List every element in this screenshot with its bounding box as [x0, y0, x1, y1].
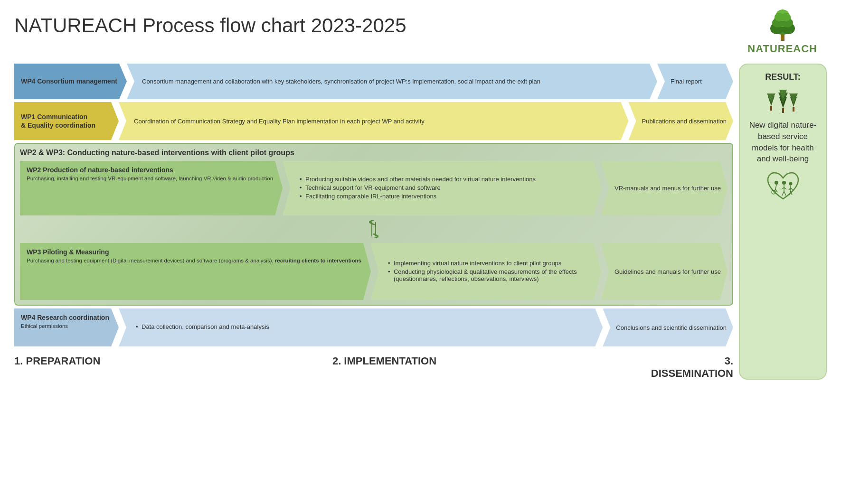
wp2-bullet-2: Technical support for VR-equipment and s…: [298, 184, 536, 191]
svg-rect-18: [782, 108, 784, 113]
wp4-research-label: WP4 Research coordination Ethical permis…: [14, 308, 119, 346]
wp2-content: Producing suitable videos and other mate…: [283, 161, 601, 215]
svg-point-9: [781, 13, 791, 21]
svg-point-24: [782, 181, 786, 185]
wp2-result-text: VR-manuals and menus for further use: [614, 185, 721, 192]
wp1-result: Publications and dissemination: [629, 102, 734, 140]
wp3-content: Implementing virtual nature intervention…: [371, 243, 601, 300]
wp3-label-text: WP3 Piloting & Measuring: [27, 248, 361, 256]
wp4-consortium-label: WP4 Consortium management: [14, 64, 127, 99]
wp1-label-text: WP1 Communication & Equality coordinatio…: [21, 112, 95, 130]
wp4-research-sublabel: Ethical permissions: [21, 323, 109, 329]
header: NATUREACH Process flow chart 2023-2025 N…: [14, 9, 827, 55]
svg-point-22: [775, 181, 778, 185]
wp3-bullet-1: Implementing virtual nature intervention…: [386, 260, 592, 267]
phase-3-label: 3. DISSEMINATION: [650, 355, 733, 380]
svg-rect-14: [770, 106, 772, 111]
wp4-research-bullets: Data collection, comparison and meta-ana…: [134, 323, 269, 332]
wp1-label: WP1 Communication & Equality coordinatio…: [14, 102, 119, 140]
wp3-row: WP3 Piloting & Measuring Purchasing and …: [20, 243, 728, 300]
wp2-label: WP2 Production of nature-based intervent…: [20, 161, 283, 215]
wp1-result-text: Publications and dissemination: [642, 118, 727, 125]
wp4-consortium-content: Consortium management and collaboration …: [127, 64, 657, 99]
wp2-bullets: Producing suitable videos and other mate…: [298, 176, 536, 201]
wp2-label-text: WP2 Production of nature-based intervent…: [27, 166, 273, 174]
phase-labels: 1. PREPARATION 2. IMPLEMENTATION 3. DISS…: [14, 355, 733, 380]
wp3-result: Guidelines and manuals for further use: [601, 243, 728, 300]
result-label: RESULT:: [765, 72, 801, 82]
flow-section: WP4 Consortium management Consortium man…: [14, 64, 733, 380]
result-trees-icon: [764, 87, 802, 115]
wp1-row: WP1 Communication & Equality coordinatio…: [14, 102, 733, 140]
heart-people-icon: [764, 169, 802, 203]
svg-point-25: [789, 182, 792, 186]
wp4-research-result: Conclusions and scientific dissemination: [603, 308, 733, 346]
wp1-content-text: Coordination of Communication Strategy a…: [134, 118, 425, 125]
wp4-consortium-label-text: WP4 Consortium management: [21, 77, 117, 85]
page-title: NATUREACH Process flow chart 2023-2025: [14, 14, 406, 37]
wp1-content: Coordination of Communication Strategy a…: [119, 102, 629, 140]
svg-marker-13: [767, 93, 775, 102]
phase-2-label: 2. IMPLEMENTATION: [119, 355, 650, 380]
logo-text: NATUREACH: [747, 43, 817, 55]
logo: NATUREACH: [747, 9, 817, 55]
result-panel: RESULT: New digital nature-based service…: [739, 64, 827, 380]
wp4-research-label-text: WP4 Research coordination: [21, 313, 109, 322]
wp2-sublabel: Purchasing, installing and testing VR-eq…: [27, 176, 273, 181]
wp4-consortium-result: Final report: [657, 64, 733, 99]
wp4-research-result-text: Conclusions and scientific dissemination: [616, 324, 727, 331]
wp23-section: WP2 & WP3: Conducting nature-based inter…: [14, 143, 733, 306]
wp23-title: WP2 & WP3: Conducting nature-based inter…: [20, 149, 728, 157]
wp4-consortium-result-text: Final report: [671, 78, 702, 85]
result-text: New digital nature-based service models …: [746, 120, 820, 165]
phase-1-label: 1. PREPARATION: [14, 355, 119, 380]
wp3-bullets: Implementing virtual nature intervention…: [386, 260, 592, 284]
wp2-result: VR-manuals and menus for further use: [601, 161, 728, 215]
svg-rect-21: [793, 107, 794, 112]
wp4-research-row: WP4 Research coordination Ethical permis…: [14, 308, 733, 346]
wp3-label: WP3 Piloting & Measuring Purchasing and …: [20, 243, 371, 300]
main-content: WP4 Consortium management Consortium man…: [14, 64, 827, 380]
wp23-inner: WP2 Production of nature-based intervent…: [20, 161, 728, 300]
wp4-research-content: Data collection, comparison and meta-ana…: [119, 308, 603, 346]
wp3-result-text: Guidelines and manuals for further use: [614, 268, 721, 275]
svg-marker-20: [789, 93, 798, 103]
logo-tree-icon: [764, 9, 802, 43]
result-heart-icon: [764, 169, 802, 205]
vertical-arrow: [20, 218, 728, 240]
wp4-research-bullet: Data collection, comparison and meta-ana…: [134, 323, 269, 330]
wp3-bullet-2: Conducting physiological & qualitative m…: [386, 268, 592, 282]
wp3-sublabel: Purchasing and testing equipment (Digita…: [27, 258, 361, 263]
double-arrow-icon: [364, 220, 383, 238]
wp4-consortium-row: WP4 Consortium management Consortium man…: [14, 64, 733, 99]
wp2-bullet-1: Producing suitable videos and other mate…: [298, 176, 536, 183]
wp2-bullet-3: Facilitating comparable IRL-nature inter…: [298, 193, 536, 200]
wp4-consortium-content-text: Consortium management and collaboration …: [142, 78, 540, 85]
wp2-row: WP2 Production of nature-based intervent…: [20, 161, 728, 215]
trees-icon: [764, 87, 802, 113]
